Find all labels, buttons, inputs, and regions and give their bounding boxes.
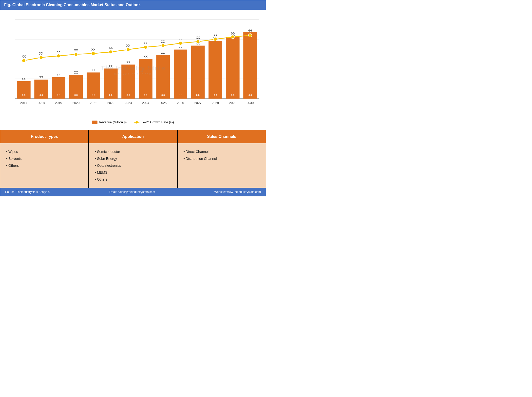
svg-text:XX: XX [57, 50, 60, 54]
svg-text:XX: XX [126, 93, 130, 97]
svg-rect-54 [226, 37, 240, 99]
list-item: Optoelectronics [95, 162, 171, 169]
svg-text:2029: 2029 [229, 101, 236, 105]
svg-text:XX: XX [74, 93, 78, 97]
svg-rect-46 [191, 46, 205, 99]
svg-text:2027: 2027 [194, 101, 202, 105]
svg-rect-34 [139, 59, 152, 99]
svg-text:XX: XX [92, 93, 95, 97]
svg-text:2028: 2028 [212, 101, 219, 105]
svg-text:XX: XX [39, 76, 43, 79]
svg-text:XX: XX [178, 46, 182, 49]
list-item: MEMS [95, 169, 171, 176]
title-text: Fig. Global Electronic Cleaning Consumab… [4, 3, 141, 7]
svg-text:2026: 2026 [177, 101, 184, 105]
chart-title: Fig. Global Electronic Cleaning Consumab… [0, 0, 266, 10]
chart-svg-container: XXXX2017XXXX2018XXXX2019XXXX2020XXXX2021… [5, 15, 261, 118]
svg-text:XX: XX [22, 93, 26, 97]
svg-text:XX: XX [178, 38, 182, 41]
list-item: Others [6, 162, 82, 169]
category-content-application: SemiconductorSolar EnergyOptoelectronics… [89, 143, 177, 188]
svg-point-91 [135, 121, 138, 124]
svg-text:2020: 2020 [73, 101, 80, 105]
svg-text:XX: XX [248, 30, 252, 33]
svg-text:XX: XX [161, 51, 165, 55]
svg-text:XX: XX [57, 73, 60, 77]
svg-text:XX: XX [39, 93, 43, 97]
category-content-sales-channels: Direct ChannelDistribution Channel [178, 143, 266, 167]
category-application: ApplicationSemiconductorSolar EnergyOpto… [89, 130, 177, 188]
svg-point-88 [248, 34, 252, 37]
svg-text:2021: 2021 [90, 101, 97, 105]
svg-text:XX: XX [22, 77, 26, 81]
list-item: Solar Energy [95, 155, 171, 162]
svg-rect-50 [209, 41, 222, 99]
svg-text:XX: XX [109, 46, 113, 50]
svg-text:2022: 2022 [107, 101, 114, 105]
chart-area: The Industry Stats market research XXXX2… [0, 10, 266, 130]
svg-point-70 [92, 52, 95, 55]
svg-text:2019: 2019 [55, 101, 62, 105]
svg-point-76 [144, 45, 147, 49]
svg-rect-42 [174, 50, 187, 99]
svg-text:XX: XX [126, 44, 130, 47]
svg-rect-58 [243, 32, 257, 99]
svg-text:XX: XX [161, 40, 165, 43]
footer: Source: Theindustrystats Analysis Email:… [0, 188, 266, 196]
svg-text:XX: XX [74, 71, 78, 74]
svg-point-80 [179, 42, 182, 45]
categories-section: Product TypesWipesSolventsOthersApplicat… [0, 130, 266, 188]
svg-text:XX: XX [213, 34, 217, 37]
legend-bar: Revenue (Million $) [92, 120, 127, 124]
svg-point-62 [22, 59, 25, 62]
svg-text:XX: XX [144, 55, 148, 59]
list-item: Solvents [6, 155, 82, 162]
svg-text:XX: XX [248, 93, 252, 97]
svg-text:XX: XX [196, 93, 200, 97]
svg-text:XX: XX [126, 61, 130, 64]
svg-text:XX: XX [57, 93, 60, 97]
legend-bar-label: Revenue (Million $) [99, 120, 127, 124]
svg-text:XX: XX [161, 93, 165, 97]
svg-text:XX: XX [231, 93, 235, 97]
category-product-types: Product TypesWipesSolventsOthers [0, 130, 88, 188]
svg-text:XX: XX [109, 93, 113, 97]
svg-text:XX: XX [74, 49, 78, 52]
svg-text:XX: XX [92, 48, 95, 51]
svg-point-86 [231, 35, 234, 39]
svg-text:2018: 2018 [38, 101, 45, 105]
legend-bar-rect [92, 121, 97, 124]
svg-text:XX: XX [39, 52, 43, 55]
svg-point-64 [39, 56, 43, 59]
list-item: Semiconductor [95, 148, 171, 155]
footer-email: Email: sales@theindustrystats.com [109, 190, 155, 194]
legend-line: Y-oY Growth Rate (%) [134, 120, 174, 124]
legend-line-label: Y-oY Growth Rate (%) [142, 120, 174, 124]
category-header-product-types: Product Types [0, 130, 88, 143]
svg-text:XX: XX [178, 93, 182, 97]
svg-text:2023: 2023 [125, 101, 132, 105]
category-header-application: Application [89, 130, 177, 143]
svg-point-68 [74, 53, 78, 56]
svg-text:2025: 2025 [159, 101, 167, 105]
svg-text:XX: XX [22, 55, 26, 58]
svg-text:XX: XX [144, 93, 148, 97]
legend-line-svg [134, 121, 141, 124]
svg-text:2017: 2017 [20, 101, 27, 105]
svg-text:XX: XX [92, 68, 95, 72]
list-item: Wipes [6, 148, 82, 155]
svg-point-84 [214, 38, 217, 41]
svg-text:XX: XX [196, 36, 200, 40]
svg-text:2030: 2030 [247, 101, 254, 105]
svg-rect-38 [156, 55, 170, 99]
list-item: Others [95, 176, 171, 183]
svg-text:XX: XX [109, 64, 113, 68]
footer-source: Source: Theindustrystats Analysis [5, 190, 50, 194]
svg-point-72 [109, 50, 113, 54]
category-sales-channels: Sales ChannelsDirect ChannelDistribution… [178, 130, 266, 188]
chart-legend: Revenue (Million $) Y-oY Growth Rate (%) [5, 118, 261, 127]
svg-text:XX: XX [213, 93, 217, 97]
category-content-product-types: WipesSolventsOthers [0, 143, 88, 174]
svg-point-74 [127, 48, 130, 51]
svg-point-78 [161, 44, 165, 47]
